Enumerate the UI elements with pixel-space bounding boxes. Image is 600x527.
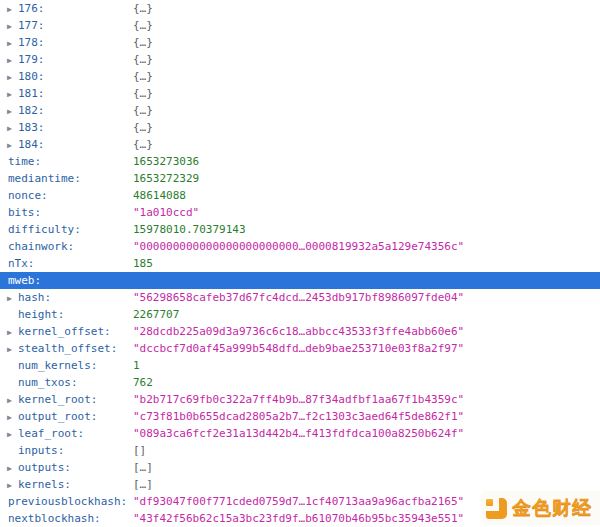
property-key: 182: <box>18 102 45 119</box>
tree-row[interactable]: ▶ kernel_root: "b2b717c69fb0c322a7ff4b9b… <box>0 391 600 408</box>
property-key: difficulty: <box>8 221 81 238</box>
property-value: {…} <box>133 119 153 136</box>
tree-row[interactable]: num_kernels: 1 <box>0 357 600 374</box>
property-value: "089a3ca6fcf2e31a13d442b4…f413fdfdca100a… <box>133 425 464 442</box>
tree-row[interactable]: ▶ 176: {…} <box>0 0 600 17</box>
property-value: {…} <box>133 0 153 17</box>
property-value: "c73f81b0b655dcad2805a2b7…f2c1303c3aed64… <box>133 408 464 425</box>
property-value: [] <box>133 442 146 459</box>
property-value: {…} <box>133 85 153 102</box>
tree-row[interactable]: time: 1653273036 <box>0 153 600 170</box>
property-key: nonce: <box>8 187 48 204</box>
tree-row[interactable]: ▶ 179: {…} <box>0 51 600 68</box>
expand-arrow-icon[interactable]: ▶ <box>7 69 17 86</box>
expand-arrow-icon[interactable]: ▶ <box>7 120 17 137</box>
property-value: 1653272329 <box>133 170 199 187</box>
expand-arrow-icon[interactable]: ▶ <box>7 137 17 154</box>
property-key: 178: <box>18 34 45 51</box>
property-key: inputs: <box>18 442 64 459</box>
watermark-text: 金色财经 <box>512 495 592 521</box>
property-value: "28dcdb225a09d3a9736c6c18…abbcc43533f3ff… <box>133 323 464 340</box>
tree-row[interactable]: ▶ hash: "56298658cafeb37d67fc4dcd…2453db… <box>0 289 600 306</box>
expand-arrow-icon[interactable]: ▶ <box>7 103 17 120</box>
property-value: "1a010ccd" <box>133 204 199 221</box>
object-inspector: ▶ 176: {…} ▶ 177: {…} ▶ 178: {…} ▶ 179: … <box>0 0 600 527</box>
property-key: kernel_root: <box>18 391 97 408</box>
tree-row[interactable]: ▶ 184: {…} <box>0 136 600 153</box>
expand-arrow-icon[interactable]: ▶ <box>7 477 17 494</box>
property-key: previousblockhash: <box>8 493 127 510</box>
tree-row[interactable]: nonce: 48614088 <box>0 187 600 204</box>
property-key: 183: <box>18 119 45 136</box>
expand-arrow-icon[interactable]: ▶ <box>7 35 17 52</box>
property-value: 762 <box>133 374 153 391</box>
tree-row[interactable]: difficulty: 15978010.70379143 <box>0 221 600 238</box>
tree-row[interactable]: num_txos: 762 <box>0 374 600 391</box>
property-key: time: <box>8 153 41 170</box>
property-key: kernel_offset: <box>18 323 111 340</box>
property-key: 181: <box>18 85 45 102</box>
property-value: "000000000000000000000000…0000819932a5a1… <box>133 238 464 255</box>
property-key: num_kernels: <box>18 357 97 374</box>
tree-row[interactable]: chainwork: "000000000000000000000000…000… <box>0 238 600 255</box>
tree-row[interactable]: ▶ 177: {…} <box>0 17 600 34</box>
property-key: num_txos: <box>18 374 78 391</box>
expand-arrow-icon[interactable]: ▶ <box>7 341 17 358</box>
tree-row[interactable]: ▶ 180: {…} <box>0 68 600 85</box>
property-key: mweb: <box>8 272 41 289</box>
expand-arrow-icon[interactable]: ▶ <box>7 460 17 477</box>
property-key: stealth_offset: <box>18 340 117 357</box>
expand-arrow-icon[interactable]: ▶ <box>7 392 17 409</box>
property-value: 15978010.70379143 <box>133 221 246 238</box>
tree-row[interactable]: mweb: <box>0 272 600 289</box>
property-value: "43f42f56b62c15a3bc23fd9f…b61070b46b95bc… <box>133 510 464 527</box>
tree-row[interactable]: ▶ 181: {…} <box>0 85 600 102</box>
expand-arrow-icon[interactable]: ▶ <box>7 409 17 426</box>
property-key: bits: <box>8 204 41 221</box>
property-value: {…} <box>133 102 153 119</box>
property-key: hash: <box>18 289 51 306</box>
property-key: 180: <box>18 68 45 85</box>
expand-arrow-icon[interactable]: ▶ <box>7 290 17 307</box>
tree-row[interactable]: ▶ 183: {…} <box>0 119 600 136</box>
property-key: mediantime: <box>8 170 81 187</box>
tree-row[interactable]: inputs: [] <box>0 442 600 459</box>
expand-arrow-icon[interactable]: ▶ <box>7 52 17 69</box>
expand-arrow-icon[interactable]: ▶ <box>7 18 17 35</box>
property-value: "dccbcf7d0af45a999b548dfd…deb9bae253710e… <box>133 340 464 357</box>
property-value: 48614088 <box>133 187 186 204</box>
expand-arrow-icon[interactable]: ▶ <box>7 426 17 443</box>
tree-row[interactable]: ▶ stealth_offset: "dccbcf7d0af45a999b548… <box>0 340 600 357</box>
expand-arrow-icon[interactable]: ▶ <box>7 324 17 341</box>
property-value: {…} <box>133 17 153 34</box>
property-value: {…} <box>133 51 153 68</box>
tree-row[interactable]: ▶ 178: {…} <box>0 34 600 51</box>
property-key: chainwork: <box>8 238 74 255</box>
watermark: 金色财经 <box>481 491 600 525</box>
property-key: height: <box>18 306 64 323</box>
jinse-logo-icon <box>486 498 507 519</box>
property-value: […] <box>133 459 153 476</box>
expand-arrow-icon[interactable]: ▶ <box>7 86 17 103</box>
tree-row[interactable]: ▶ outputs: […] <box>0 459 600 476</box>
property-value: 2267707 <box>133 306 179 323</box>
property-value: "df93047f00f771cded0759d7…1cf40713aa9a96… <box>133 493 464 510</box>
property-key: 184: <box>18 136 45 153</box>
property-key: 176: <box>18 0 45 17</box>
property-key: output_root: <box>18 408 97 425</box>
tree-row[interactable]: nTx: 185 <box>0 255 600 272</box>
tree-row[interactable]: ▶ output_root: "c73f81b0b655dcad2805a2b7… <box>0 408 600 425</box>
expand-arrow-icon[interactable]: ▶ <box>7 1 17 18</box>
tree-row[interactable]: mediantime: 1653272329 <box>0 170 600 187</box>
property-key: outputs: <box>18 459 71 476</box>
property-key: leaf_root: <box>18 425 84 442</box>
tree-row[interactable]: ▶ 182: {…} <box>0 102 600 119</box>
tree-row[interactable]: ▶ leaf_root: "089a3ca6fcf2e31a13d442b4…f… <box>0 425 600 442</box>
property-value: 1653273036 <box>133 153 199 170</box>
tree-row[interactable]: ▶ kernel_offset: "28dcdb225a09d3a9736c6c… <box>0 323 600 340</box>
property-value: "b2b717c69fb0c322a7ff4b9b…87f34adfbf1aa6… <box>133 391 464 408</box>
property-value: {…} <box>133 68 153 85</box>
property-key: 177: <box>18 17 45 34</box>
tree-row[interactable]: bits: "1a010ccd" <box>0 204 600 221</box>
tree-row[interactable]: height: 2267707 <box>0 306 600 323</box>
